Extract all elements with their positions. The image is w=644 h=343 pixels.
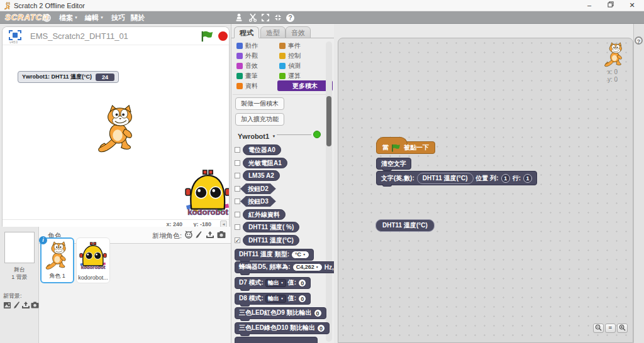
category-motion[interactable]: 動作	[236, 41, 258, 50]
stage-thumbnail[interactable]	[4, 232, 35, 263]
delete-scissors-icon[interactable]	[248, 13, 258, 22]
cat-sprite-on-stage[interactable]	[96, 104, 140, 156]
monitor-checkbox[interactable]	[235, 160, 240, 166]
frequency-dropdown[interactable]: C4,262▼	[292, 263, 323, 271]
script-area[interactable]: x: 0 y: 0 當 被點一下 清空文字 文字(英,數): DHT11 溫度(…	[338, 38, 633, 343]
palette-block-photoresistor-a1[interactable]: 光敏電阻A1	[243, 158, 287, 168]
palette-block-ir-data[interactable]: 紅外線資料	[243, 209, 286, 220]
new-backdrop-label: 新背景:	[3, 292, 22, 300]
palette-block-rgb-led-red-d9[interactable]: 三色LED紅色D9 類比輸出 0	[235, 307, 326, 319]
palette-block-potentiometer-a0[interactable]: 電位器A0	[243, 144, 281, 155]
category-looks[interactable]: 外觀	[236, 52, 258, 60]
value-input[interactable]: 0	[314, 309, 322, 317]
camera-backdrop-icon[interactable]	[31, 302, 39, 308]
window-titlebar: Scratch 2 Offline Editor – ✕	[0, 0, 644, 11]
category-events[interactable]: 事件	[279, 41, 301, 50]
stage-header: v453 EMS_Scratch2_DHT11_01	[3, 27, 229, 45]
monitor-checkbox[interactable]	[235, 224, 240, 230]
menu-file[interactable]: 檔案▼	[59, 13, 78, 23]
camera-sprite-icon[interactable]	[217, 231, 226, 239]
menu-edit[interactable]: 編輯▼	[85, 13, 104, 23]
palette-block-d8-mode[interactable]: D8 模式: 輸出▼ 值: 0	[235, 293, 311, 305]
monitor-checkbox[interactable]	[235, 186, 240, 192]
block-help-icon[interactable]: ?	[286, 14, 294, 22]
extension-name-dropdown[interactable]: Ywrobot1 ▼	[238, 130, 276, 141]
add-extension-button[interactable]: 加入擴充功能	[235, 113, 284, 126]
close-button[interactable]: ✕	[623, 0, 641, 11]
category-operators[interactable]: 運算	[279, 72, 301, 80]
monitor-checkbox[interactable]	[235, 147, 240, 153]
robot-sprite-on-stage[interactable]	[184, 169, 229, 218]
category-sound[interactable]: 音效	[236, 62, 258, 70]
palette-block-dht11-humidity[interactable]: DHT11 濕度( %)	[243, 222, 299, 232]
row-input[interactable]: 1	[523, 174, 532, 183]
value-input[interactable]: 0	[317, 324, 325, 332]
help-icon[interactable]: ?	[635, 36, 643, 45]
sprite-info-icon[interactable]: i	[39, 236, 47, 244]
palette-block-d7-mode[interactable]: D7 模式: 輸出▼ 值: 0	[235, 277, 311, 289]
monitor-checkbox[interactable]	[235, 199, 240, 204]
embedded-dht11-temperature-reporter[interactable]: DHT11 溫度(°C)	[417, 173, 474, 184]
zoom-reset-button[interactable]: =	[605, 324, 616, 333]
version-label: v453	[9, 40, 18, 44]
palette-scrollbar-thumb[interactable]	[326, 96, 331, 146]
green-flag-icon[interactable]	[201, 30, 214, 43]
variable-monitor[interactable]: Ywrobot1: DHT11 溫度(°C) 24	[18, 71, 119, 83]
column-input[interactable]: 1	[501, 174, 510, 183]
value-input[interactable]: 0	[298, 295, 306, 303]
paint-backdrop-icon[interactable]	[13, 301, 20, 309]
project-title: EMS_Scratch2_DHT11_01	[30, 31, 128, 41]
type-dropdown[interactable]: °C▼	[291, 251, 309, 259]
upload-sprite-icon[interactable]	[206, 231, 214, 239]
script-block-clear-text[interactable]: 清空文字	[376, 158, 411, 170]
sprite-thumbnail-cat[interactable]: i 角色 1	[40, 237, 74, 283]
fullscreen-icon[interactable]	[9, 30, 21, 40]
zoom-in-button[interactable]	[617, 324, 628, 333]
minimize-button[interactable]: –	[580, 0, 599, 11]
zoom-out-button[interactable]	[593, 324, 604, 333]
sprite-library-icon[interactable]	[184, 231, 193, 239]
grow-sprite-icon[interactable]	[260, 13, 270, 22]
value-input[interactable]: 0	[298, 279, 306, 287]
monitor-checkbox[interactable]	[235, 173, 240, 178]
paint-sprite-icon[interactable]	[194, 231, 203, 239]
category-pen[interactable]: 畫筆	[236, 72, 258, 80]
upload-backdrop-icon[interactable]	[21, 301, 30, 309]
menu-tips[interactable]: 技巧	[111, 13, 125, 23]
make-block-button[interactable]: 製做一個積木	[235, 97, 284, 110]
palette-block-partial[interactable]	[235, 337, 318, 343]
palette-block-button-d3[interactable]: 按鈕D3	[240, 196, 276, 207]
palette-block-dht11-type[interactable]: DHT11 溫度 類型: °C▼	[235, 249, 314, 261]
tab-scripts[interactable]: 程式	[234, 26, 259, 38]
palette-block-dht11-temperature[interactable]: DHT11 溫度(°C)	[243, 235, 299, 246]
language-globe-icon[interactable]	[43, 14, 51, 22]
monitor-checkbox-checked[interactable]: ✓	[235, 237, 240, 243]
help-sidebar-collapsed[interactable]	[633, 24, 644, 343]
mode-dropdown[interactable]: 輸出▼	[265, 295, 286, 303]
palette-scrollbar-track[interactable]	[326, 41, 332, 342]
menu-about[interactable]: 關於	[131, 13, 145, 23]
script-block-print-text[interactable]: 文字(英,數): DHT11 溫度(°C) 位置 列: 1 行: 1	[376, 171, 537, 185]
mode-dropdown[interactable]: 輸出▼	[265, 279, 286, 287]
tab-sounds[interactable]: 音效	[286, 26, 311, 38]
category-data[interactable]: 資料	[236, 82, 258, 90]
duplicate-stamp-icon[interactable]	[234, 13, 244, 22]
shrink-sprite-icon[interactable]	[273, 13, 283, 22]
palette-block-button-d2[interactable]: 按鈕D2	[240, 183, 276, 194]
tab-costumes[interactable]: 造型	[260, 26, 286, 38]
category-control[interactable]: 控制	[279, 52, 301, 60]
restore-button[interactable]	[601, 0, 620, 11]
sprite-thumbnail-robot[interactable]: kodorobot...	[76, 237, 110, 283]
palette-block-rgb-led-green-d10[interactable]: 三色LED綠色D10 類比輸出 0	[235, 322, 330, 334]
palette-block-buzzer-d5[interactable]: 蜂鳴器D5, 頻率為: C4,262▼ Hz,	[235, 261, 334, 273]
restore-icon	[608, 1, 614, 8]
stop-icon[interactable]	[218, 31, 228, 41]
backdrop-library-icon[interactable]	[3, 302, 11, 309]
loose-dht11-temperature-reporter[interactable]: DHT11 溫度(°C)	[375, 219, 435, 232]
script-hat-when-flag-clicked[interactable]: 當 被點一下	[376, 141, 435, 154]
category-sensing[interactable]: 偵測	[279, 62, 301, 70]
palette-block-lm35-a2[interactable]: LM35 A2	[243, 170, 280, 181]
monitor-checkbox[interactable]	[235, 212, 240, 217]
category-more-blocks-selected[interactable]: 更多積木	[277, 80, 333, 91]
chevron-down-icon: ▼	[74, 16, 78, 19]
